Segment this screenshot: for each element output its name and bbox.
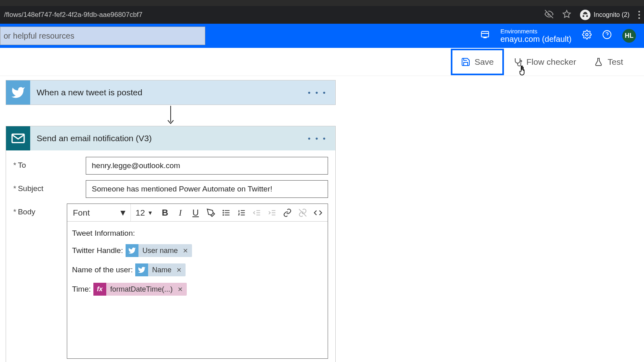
body-content-area[interactable]: Tweet Information: Twitter Handle: User …: [67, 222, 328, 358]
token-remove-icon[interactable]: ✕: [176, 286, 187, 293]
connector-arrow: [6, 105, 336, 126]
svg-point-11: [223, 212, 224, 213]
code-view-button[interactable]: [311, 206, 325, 220]
url-text: /flows/148ef747-fef2-4f2a-9fdb-aae96807c…: [4, 11, 142, 19]
svg-point-10: [223, 210, 224, 211]
flow-checker-button[interactable]: Flow checker: [504, 50, 585, 74]
unlink-button[interactable]: [295, 206, 310, 220]
search-input[interactable]: or helpful resources: [0, 27, 205, 45]
link-button[interactable]: [280, 206, 295, 220]
body-line-label: Twitter Handle:: [72, 246, 123, 255]
incognito-icon: [580, 10, 590, 20]
token-remove-icon[interactable]: ✕: [175, 266, 186, 274]
highlight-button[interactable]: [204, 206, 218, 220]
rte-toolbar: Font▼ 12▼ B I U: [67, 204, 328, 222]
svg-point-12: [223, 214, 224, 215]
expression-token[interactable]: fx formatDateTime(...) ✕: [93, 283, 187, 296]
action-header[interactable]: Send an email notification (V3) ● ● ●: [6, 126, 335, 150]
action-title: Send an email notification (V3): [30, 134, 300, 143]
body-label: *Body: [13, 204, 67, 216]
token-remove-icon[interactable]: ✕: [181, 247, 192, 255]
svg-point-2: [586, 33, 588, 36]
save-icon: [461, 57, 471, 67]
underline-button[interactable]: U: [188, 206, 203, 220]
body-line-label: Name of the user:: [72, 265, 133, 274]
twitter-icon: [6, 80, 30, 105]
trigger-title: When a new tweet is posted: [30, 88, 300, 97]
twitter-icon: [135, 263, 148, 276]
environment-icon[interactable]: [480, 30, 490, 42]
fx-icon: fx: [93, 283, 106, 296]
eye-off-icon[interactable]: [545, 10, 553, 21]
outdent-button[interactable]: [250, 206, 264, 220]
card-menu-icon[interactable]: ● ● ●: [300, 90, 335, 95]
mail-icon: [6, 126, 30, 150]
indent-button[interactable]: [265, 206, 279, 220]
browser-menu-icon[interactable]: [638, 11, 640, 19]
body-heading: Tweet Information:: [72, 229, 323, 238]
svg-marker-0: [563, 10, 570, 17]
help-icon[interactable]: [602, 30, 612, 42]
trigger-card[interactable]: When a new tweet is posted ● ● ●: [6, 80, 336, 105]
environment-selector[interactable]: Environments enayu.com (default): [500, 28, 572, 44]
test-button[interactable]: Test: [585, 50, 632, 74]
dynamic-token-username[interactable]: User name ✕: [126, 244, 192, 257]
browser-url-bar[interactable]: /flows/148ef747-fef2-4f2a-9fdb-aae96807c…: [0, 6, 644, 24]
save-button[interactable]: Save: [451, 49, 504, 75]
app-header: or helpful resources Environments enayu.…: [0, 24, 644, 48]
env-name: enayu.com (default): [500, 35, 572, 44]
dynamic-token-name[interactable]: Name ✕: [135, 263, 186, 276]
gear-icon[interactable]: [582, 30, 592, 42]
stethoscope-icon: [513, 57, 522, 67]
body-line-label: Time:: [72, 285, 91, 294]
font-size-dropdown[interactable]: 12▼: [132, 208, 157, 218]
bold-button[interactable]: B: [158, 206, 172, 220]
card-menu-icon[interactable]: ● ● ●: [300, 136, 335, 141]
bullet-list-button[interactable]: [219, 206, 233, 220]
body-rich-editor[interactable]: Font▼ 12▼ B I U: [67, 204, 328, 359]
to-input[interactable]: [86, 157, 328, 175]
star-icon[interactable]: [562, 10, 571, 21]
action-card: Send an email notification (V3) ● ● ● *T…: [6, 126, 336, 362]
font-dropdown[interactable]: Font▼: [70, 204, 131, 221]
svg-point-4: [520, 60, 522, 62]
subject-input[interactable]: [86, 180, 328, 198]
env-label: Environments: [500, 28, 572, 35]
svg-point-3: [603, 31, 611, 39]
numbered-list-button[interactable]: [234, 206, 249, 220]
subject-label: *Subject: [13, 180, 86, 193]
user-avatar[interactable]: HL: [622, 29, 636, 43]
to-label: *To: [13, 157, 86, 170]
italic-button[interactable]: I: [173, 206, 188, 220]
svg-rect-1: [481, 31, 489, 37]
incognito-label: Incognito (2): [594, 11, 630, 19]
twitter-icon: [126, 244, 138, 257]
flask-icon: [594, 57, 603, 67]
editor-toolbar: Save Flow checker Test: [0, 48, 644, 76]
incognito-badge[interactable]: Incognito (2): [580, 10, 630, 20]
